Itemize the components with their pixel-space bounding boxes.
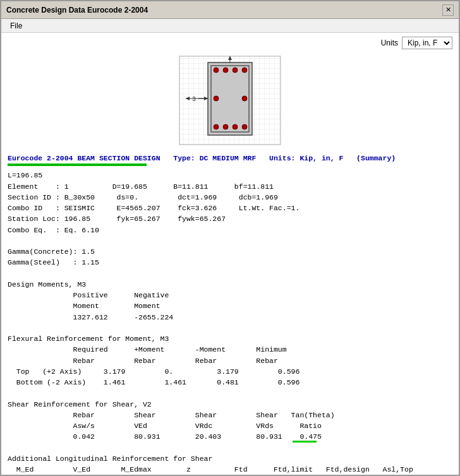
dm-header1: Positive Negative	[8, 290, 452, 300]
addl-title: Additional Longitudinal Reinforcement fo…	[8, 453, 452, 464]
blank3	[8, 323, 452, 333]
blank5	[8, 443, 452, 453]
svg-point-15	[242, 124, 247, 129]
svg-point-13	[223, 124, 228, 129]
shear-header2: Asw/s VEd VRdc VRds Ratio	[8, 420, 452, 431]
svg-point-9	[242, 68, 247, 73]
content-area: Units Kip, in, F kN, m, C	[1, 33, 459, 475]
green-underline	[8, 164, 147, 166]
flex-header2: Rebar Rebar Rebar Rebar	[8, 355, 452, 366]
shear-vals: 0.042 80.931 20.403 80.931 0.475	[8, 431, 322, 442]
comboeq-line: Combo Eq. : Eq. 6.10	[8, 225, 452, 235]
svg-point-7	[223, 68, 228, 73]
svg-point-8	[233, 68, 238, 73]
units-label: Units	[381, 39, 398, 47]
units-row: Units Kip, in, F kN, m, C	[8, 37, 452, 49]
shear-green-underline	[293, 441, 317, 443]
flex-top: Top (+2 Axis) 3.179 0. 3.179 0.596	[8, 366, 452, 377]
combo-line: Combo ID : SEISMIC E=4565.207 fck=3.626 …	[8, 203, 452, 213]
main-window: Concrete Design Data Eurocode 2-2004 ✕ F…	[0, 0, 460, 476]
window-title: Concrete Design Data Eurocode 2-2004	[6, 6, 148, 15]
svg-point-6	[214, 68, 219, 73]
svg-point-12	[214, 124, 219, 129]
file-menu[interactable]: File	[6, 20, 26, 32]
flex-header: Required +Moment -Moment Minimum	[8, 344, 452, 355]
title-bar: Concrete Design Data Eurocode 2-2004 ✕	[1, 1, 459, 19]
shear-vals-row: 0.042 80.931 20.403 80.931 0.475	[8, 431, 322, 442]
shear-header1: Rebar Shear Shear Shear Tan(Theta)	[8, 410, 452, 420]
gamma-c: Gamma(Concrete): 1.5	[8, 246, 452, 257]
svg-point-10	[214, 96, 219, 101]
station-line: Station Loc: 196.85 fyk=65.267 fywk=65.2…	[8, 213, 452, 224]
section-diagram: 3	[173, 53, 287, 148]
svg-point-14	[233, 124, 238, 129]
units-select[interactable]: Kip, in, F kN, m, C	[402, 37, 452, 49]
gamma-s: Gamma(Steel) : 1.15	[8, 257, 452, 268]
blank1	[8, 235, 452, 246]
shear-title: Shear Reinforcement for Shear, V2	[8, 399, 452, 410]
diagram-container: 3	[8, 53, 452, 148]
addl-header1: M_Ed V_Ed M_Edmax z Ftd Ftd,limit Ftd,de…	[8, 464, 452, 475]
dm-header2: Moment Moment	[8, 300, 452, 311]
svg-point-11	[242, 96, 247, 101]
L-line: L=196.85	[8, 170, 452, 181]
design-moments-title: Design Moments, M3	[8, 279, 452, 290]
flex-title: Flexural Reinforcement for Moment, M3	[8, 333, 452, 344]
section-line: Section ID : B_30x50 ds=0. dct=1.969 dcb…	[8, 192, 452, 203]
element-line: Element : 1 D=19.685 B=11.811 bf=11.811	[8, 181, 452, 192]
dm-values: 1327.612 -2655.224	[8, 312, 452, 323]
svg-text:3: 3	[192, 96, 196, 103]
menu-bar: File	[1, 19, 459, 33]
blank4	[8, 388, 452, 398]
flex-bot: Bottom (-2 Axis) 1.461 1.461 0.481 0.596	[8, 377, 452, 388]
header-line: Eurocode 2-2004 BEAM SECTION DESIGN Type…	[8, 153, 452, 164]
blank2	[8, 268, 452, 279]
close-button[interactable]: ✕	[442, 4, 454, 16]
